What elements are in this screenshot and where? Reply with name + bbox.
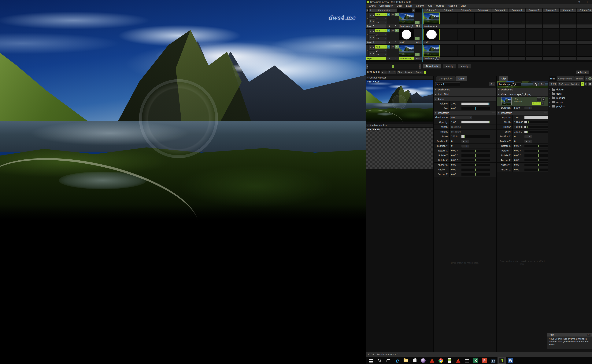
slider-handle[interactable] (489, 121, 490, 124)
slider[interactable] (461, 164, 490, 166)
property-value[interactable]: Disabled (450, 126, 461, 128)
channel-toggle[interactable]: G (535, 102, 538, 105)
resync-button[interactable]: Resync (405, 71, 412, 73)
tap-button[interactable]: Tap (398, 71, 402, 73)
column-header[interactable]: Column 5 (492, 8, 508, 12)
layer-mode-dropdown[interactable]: LIA▾ (375, 53, 387, 56)
column-header[interactable]: Column 8 (543, 8, 559, 12)
column-header[interactable]: Column 9 (560, 8, 576, 12)
folder-row[interactable]: ▸ plugins (548, 104, 592, 108)
column-header[interactable]: Column 4 (474, 8, 491, 12)
empty-clip-label[interactable] (508, 57, 525, 60)
slider-handle[interactable] (538, 164, 539, 166)
property-value[interactable]: 0.00 ° (450, 154, 461, 157)
composition-x-button[interactable]: X (366, 8, 368, 12)
property-value[interactable]: Disabled (450, 130, 461, 133)
transition-button[interactable]: T (415, 37, 419, 40)
empty-clip-label[interactable] (440, 57, 457, 60)
clip-slot[interactable]: dws4.me Landscape_2_2 (423, 45, 440, 60)
expand-icon[interactable]: ▸ (550, 97, 551, 99)
property-value[interactable]: 0 (512, 135, 525, 138)
menu-item[interactable]: Deck (395, 5, 404, 7)
property-value[interactable]: 100.0... (512, 130, 525, 133)
section-video[interactable]: ▼Video: Landscape_2_2.png (497, 92, 548, 97)
empty-clip-cell[interactable] (560, 29, 576, 40)
layer-settings-button[interactable]: ⚙▾ (489, 82, 495, 86)
slider-handle[interactable] (538, 150, 539, 152)
property-value[interactable]: 1.00 (450, 102, 461, 105)
master-button[interactable]: M (412, 8, 415, 12)
slider-handle[interactable] (475, 159, 476, 161)
maximize-button[interactable]: □ (575, 0, 583, 4)
deck-tab[interactable]: empty (458, 64, 471, 68)
menu-item[interactable]: Column (414, 5, 426, 7)
property-value[interactable]: 5000 (512, 107, 525, 109)
assign-b-button[interactable]: B (395, 41, 396, 43)
video-only-button[interactable]: V (395, 45, 399, 49)
taskbar-icon[interactable] (375, 357, 384, 364)
column-header[interactable]: Column 7 (525, 8, 542, 12)
assign-a-button[interactable]: A (389, 25, 390, 27)
empty-clip-cell[interactable] (543, 45, 559, 57)
clip-settings-button[interactable]: ⚙▾ (539, 82, 545, 86)
dropdown[interactable]: Add▾ (450, 116, 472, 119)
empty-clip-cell[interactable] (543, 13, 559, 24)
property-value[interactable]: 0.00 (450, 164, 461, 166)
preview-monitor-header[interactable]: ▼Preview Monitor (366, 124, 433, 127)
help-close-button[interactable]: x (587, 334, 591, 336)
slider-handle[interactable] (527, 131, 528, 133)
empty-clip-label[interactable] (560, 41, 576, 44)
folder-row[interactable]: ▸ media (548, 100, 592, 104)
clip-slot[interactable] (457, 29, 474, 44)
layer-blend-label[interactable]: Add (414, 41, 422, 44)
bpm-double-button[interactable]: *2 (392, 71, 395, 73)
property-value[interactable]: 0 (512, 140, 525, 143)
slider[interactable] (461, 150, 490, 152)
empty-clip-label[interactable] (543, 25, 559, 28)
empty-clip-label[interactable] (508, 25, 525, 28)
empty-clip-cell[interactable] (457, 13, 474, 24)
audio-video-button[interactable]: AV (391, 45, 395, 49)
empty-clip-cell[interactable] (543, 29, 559, 40)
audio-video-button[interactable]: AV (391, 29, 395, 32)
crossfader-b-button[interactable]: B (419, 64, 421, 69)
empty-clip-cell[interactable] (560, 45, 576, 57)
folder-row[interactable]: ▸ docs (548, 92, 592, 96)
property-value[interactable]: 0.00 (450, 168, 461, 171)
clip-cell[interactable]: dws4.me (423, 45, 440, 57)
panel-tab[interactable]: Composition (436, 76, 456, 81)
empty-clip-label[interactable] (577, 41, 592, 44)
layer-solo-button[interactable]: S (369, 51, 372, 56)
taskbar-icon[interactable]: X (471, 357, 480, 364)
path-dropdown[interactable]: C:\Program Files (x86)\R...▾ (558, 82, 580, 86)
output-monitor-header[interactable]: ▼Output Monitor (366, 76, 433, 79)
empty-clip-label[interactable] (492, 25, 508, 28)
menu-item[interactable]: Layer (404, 5, 414, 7)
deck-tab[interactable]: Downloads (423, 64, 441, 68)
empty-clip-cell[interactable] (525, 45, 542, 57)
clip-slot[interactable] (525, 29, 542, 44)
layer-mode-dropdown[interactable]: LIA▾ (375, 20, 387, 24)
slider-handle[interactable] (475, 173, 476, 176)
empty-clip-cell[interactable] (560, 13, 576, 24)
clip-label[interactable]: Landscape_2 (423, 25, 440, 28)
increment-button[interactable]: + (529, 140, 531, 143)
slider-handle[interactable] (538, 154, 539, 156)
property-value[interactable]: 0 (450, 140, 461, 143)
clip-tab[interactable]: Clip (499, 76, 508, 81)
clip-slot[interactable] (457, 45, 474, 60)
taskbar-icon[interactable]: e (393, 357, 401, 364)
crossfader-track[interactable] (369, 64, 418, 69)
empty-clip-cell[interactable] (440, 13, 457, 24)
clip-slot[interactable] (492, 45, 508, 60)
composition-header[interactable]: Composition (372, 8, 397, 12)
layer-name[interactable]: layer 3 (366, 25, 386, 28)
empty-clip-label[interactable] (474, 25, 491, 28)
clip-slot[interactable] (543, 45, 559, 60)
active-clip-preview[interactable]: dws4.me (399, 29, 414, 40)
empty-clip-cell[interactable] (577, 13, 592, 24)
empty-clip-label[interactable] (492, 41, 508, 44)
section-transform[interactable]: ▼Transform (497, 111, 548, 115)
video-only-button[interactable]: V (395, 29, 399, 32)
empty-clip-label[interactable] (543, 41, 559, 44)
